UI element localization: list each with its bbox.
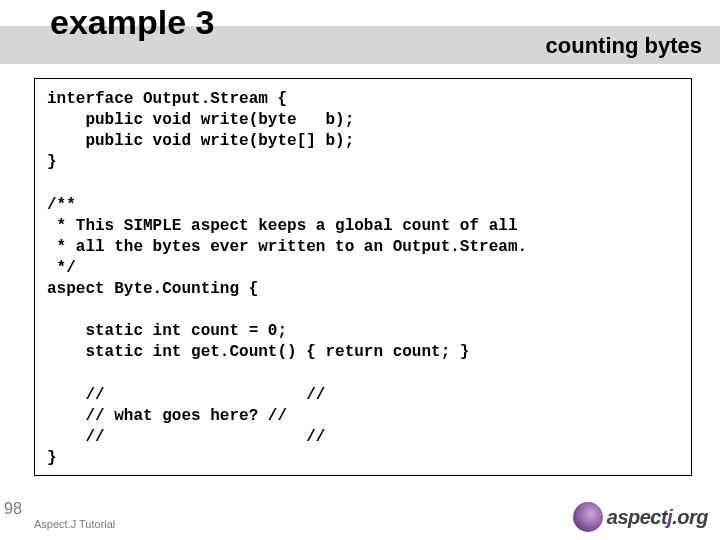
code-box: interface Output.Stream { public void wr…	[34, 78, 692, 476]
aspectj-logo: aspectj.org	[573, 502, 708, 532]
logo-text-org: .org	[672, 506, 708, 528]
slide-title: example 3	[50, 3, 214, 42]
logo-text: aspectj.org	[607, 506, 708, 529]
slide-subtitle: counting bytes	[546, 33, 702, 59]
slide: example 3 counting bytes interface Outpu…	[0, 0, 720, 540]
logo-swirl-icon	[573, 502, 603, 532]
slide-number: 98	[4, 500, 22, 518]
logo-text-aspect: aspect	[607, 506, 667, 528]
code-content: interface Output.Stream { public void wr…	[47, 89, 681, 469]
footer-label: Aspect.J Tutorial	[34, 518, 115, 530]
